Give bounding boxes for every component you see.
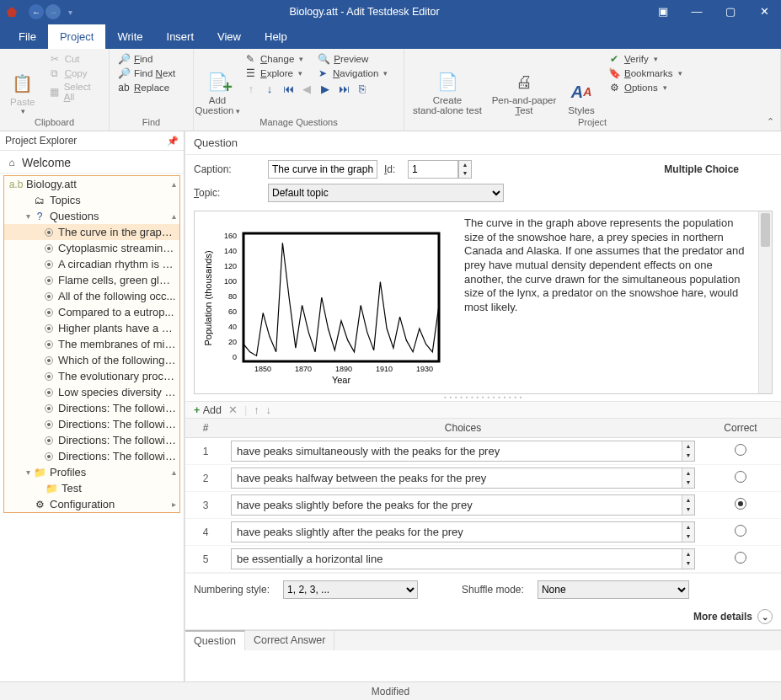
- correct-radio[interactable]: [735, 525, 746, 537]
- id-input[interactable]: [408, 160, 458, 179]
- choice-input[interactable]: have peaks slightly before the peaks for…: [231, 494, 695, 516]
- options-button[interactable]: ⚙Options▾: [605, 81, 685, 94]
- maximize-button[interactable]: ▢: [714, 0, 747, 24]
- nav-back-icon[interactable]: ←: [29, 4, 44, 19]
- nav-down-icon[interactable]: ↓: [263, 83, 276, 95]
- id-spin-down[interactable]: ▼: [459, 169, 471, 178]
- add-question-button[interactable]: 📄+ Add Question▾: [199, 52, 236, 115]
- question-item[interactable]: Directions: The followin...: [4, 416, 179, 432]
- numbering-select[interactable]: 1, 2, 3, ...: [283, 580, 418, 599]
- tab-insert[interactable]: Insert: [155, 24, 206, 49]
- explore-button[interactable]: ☰Explore▾: [241, 67, 305, 80]
- question-item[interactable]: Cytoplasmic streaming...: [4, 240, 179, 256]
- chevron-up-icon[interactable]: ▴: [172, 211, 176, 221]
- spin-up-icon[interactable]: ▲: [682, 522, 694, 532]
- nav-first-icon[interactable]: ⏮: [281, 83, 295, 95]
- correct-radio[interactable]: [735, 471, 746, 483]
- correct-radio[interactable]: [735, 498, 746, 510]
- scrollbar[interactable]: [758, 211, 772, 393]
- pen-paper-button[interactable]: 🖨 Pen-and-paper Test: [490, 52, 558, 115]
- find-next-button[interactable]: 🔎Find Next: [115, 67, 178, 80]
- nav-next-icon[interactable]: ▶: [318, 83, 332, 95]
- spin-down-icon[interactable]: ▼: [682, 451, 694, 460]
- question-item[interactable]: Directions: The followin...: [4, 400, 179, 416]
- move-down-button[interactable]: ↓: [266, 404, 271, 416]
- question-item[interactable]: The membranes of mit...: [4, 336, 179, 352]
- question-item[interactable]: The evolutionary proce...: [4, 368, 179, 384]
- shuffle-select[interactable]: None: [538, 580, 689, 599]
- paste-button: 📋 Paste ▾: [5, 52, 40, 115]
- question-item[interactable]: All of the following occ...: [4, 288, 179, 304]
- configuration-node[interactable]: ⚙ Configuration ▸: [4, 496, 179, 512]
- spin-down-icon[interactable]: ▼: [682, 478, 694, 487]
- correct-radio[interactable]: [735, 444, 746, 456]
- ribbon-display-icon[interactable]: ▣: [646, 0, 680, 24]
- tab-correct-answer[interactable]: Correct Answer: [245, 631, 334, 650]
- spin-down-icon[interactable]: ▼: [682, 505, 694, 514]
- move-up-button[interactable]: ↑: [254, 404, 259, 416]
- topic-select[interactable]: Default topic: [268, 184, 504, 202]
- spin-up-icon[interactable]: ▲: [682, 441, 694, 451]
- tab-write[interactable]: Write: [105, 24, 154, 49]
- spin-up-icon[interactable]: ▲: [682, 468, 694, 478]
- correct-radio[interactable]: [735, 552, 746, 564]
- create-test-button[interactable]: 📄 Create stand-alone test: [409, 52, 485, 115]
- choice-row: 1have peaks simultaneously with the peak…: [185, 438, 781, 465]
- more-details-button[interactable]: More details ⌄: [693, 609, 773, 624]
- question-item[interactable]: Compared to a eutrop...: [4, 304, 179, 320]
- verify-button[interactable]: ✔Verify▾: [605, 52, 685, 66]
- preview-button[interactable]: 🔍Preview: [314, 52, 371, 66]
- tab-file[interactable]: File: [7, 24, 48, 49]
- spin-down-icon[interactable]: ▼: [682, 532, 694, 541]
- explore-icon: ☰: [243, 67, 257, 79]
- spin-up-icon[interactable]: ▲: [682, 495, 694, 505]
- replace-icon: ab: [117, 82, 131, 94]
- pin-icon[interactable]: 📌: [167, 136, 179, 147]
- nav-goto-icon[interactable]: ⎘: [356, 83, 369, 95]
- profile-test[interactable]: 📁Test: [4, 480, 179, 496]
- tab-help[interactable]: Help: [253, 24, 299, 49]
- question-item[interactable]: Higher plants have a p...: [4, 320, 179, 336]
- question-item[interactable]: A circadian rhythm is b...: [4, 256, 179, 272]
- question-item[interactable]: Low species diversity w...: [4, 384, 179, 400]
- navigation-button[interactable]: ➤Navigation▾: [313, 67, 390, 80]
- choice-input[interactable]: have peaks simultaneously with the peaks…: [231, 441, 695, 462]
- question-item[interactable]: Which of the following ...: [4, 352, 179, 368]
- delete-choice-button[interactable]: ✕: [228, 403, 238, 416]
- questions-node[interactable]: ▾? Questions ▴: [4, 208, 179, 224]
- replace-button[interactable]: abReplace: [115, 81, 178, 94]
- spin-up-icon[interactable]: ▲: [682, 549, 694, 558]
- caption-input[interactable]: [268, 160, 377, 179]
- choice-input[interactable]: have peaks slightly after the peaks for …: [231, 521, 695, 542]
- styles-button[interactable]: AA Styles: [563, 52, 600, 115]
- nav-dropdown-icon[interactable]: ▾: [62, 4, 78, 19]
- id-spin-up[interactable]: ▲: [459, 161, 471, 169]
- chevron-up-icon[interactable]: ▴: [172, 179, 176, 189]
- add-choice-button[interactable]: + Add: [194, 404, 222, 416]
- find-button[interactable]: 🔎Find: [115, 52, 178, 66]
- tab-project[interactable]: Project: [48, 24, 105, 49]
- splitter[interactable]: ● ● ● ● ● ● ● ● ● ● ● ● ● ● ●: [185, 394, 781, 401]
- tab-question-bottom[interactable]: Question: [185, 630, 245, 650]
- spin-down-icon[interactable]: ▼: [682, 558, 694, 568]
- ribbon-collapse-icon[interactable]: ⌃: [767, 116, 774, 127]
- question-item[interactable]: Flame cells, green glan...: [4, 272, 179, 288]
- tab-view[interactable]: View: [206, 24, 253, 49]
- question-item[interactable]: The curve in the graph ...: [4, 224, 179, 240]
- bookmarks-button[interactable]: 🔖Bookmarks▾: [605, 67, 685, 80]
- question-item[interactable]: Directions: The followin...: [4, 432, 179, 448]
- caption-label: Caption:: [194, 163, 261, 175]
- question-item[interactable]: Directions: The followin...: [4, 448, 179, 464]
- close-button[interactable]: ✕: [747, 0, 781, 24]
- choice-input[interactable]: have peaks halfway between the peaks for…: [231, 468, 695, 489]
- file-node[interactable]: a.b Biology.att ▴: [4, 176, 179, 192]
- topics-node[interactable]: 🗂 Topics: [4, 192, 179, 208]
- change-button[interactable]: ✎Change▾: [241, 52, 306, 66]
- nav-last-icon[interactable]: ⏭: [337, 83, 350, 95]
- welcome-item[interactable]: ⌂ Welcome: [0, 152, 184, 174]
- svg-text:80: 80: [228, 292, 237, 301]
- question-chart: 160140120 1008060 40200 185018701890 191…: [195, 211, 457, 393]
- profiles-node[interactable]: ▾📁 Profiles ▴: [4, 464, 179, 480]
- minimize-button[interactable]: —: [680, 0, 714, 24]
- choice-input[interactable]: be essentially a horizontal line▲▼: [231, 548, 695, 569]
